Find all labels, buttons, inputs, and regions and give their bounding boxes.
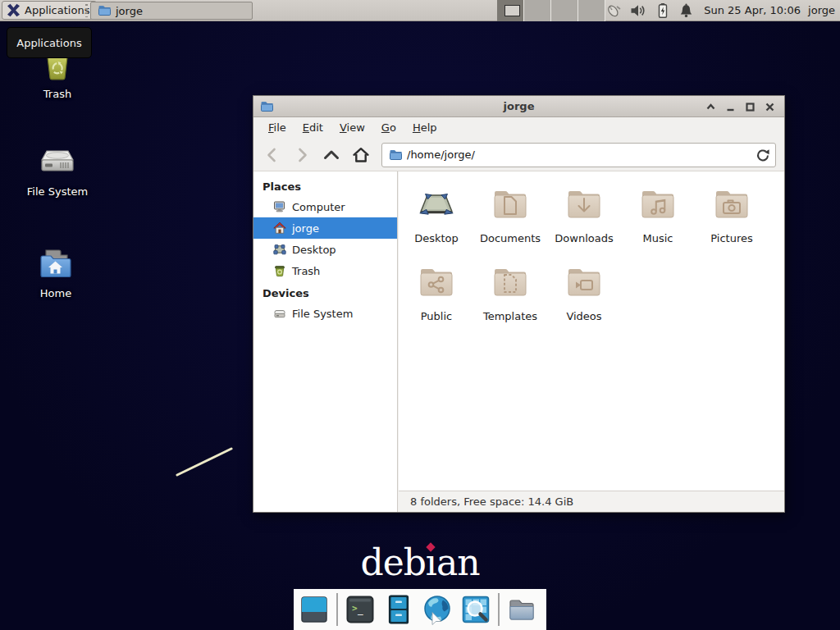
file-label: Public [421, 310, 452, 322]
file-item-public[interactable]: Public [399, 262, 473, 340]
music-folder-icon [638, 185, 678, 224]
titlebar[interactable]: jorge [253, 96, 784, 117]
xfce-x-icon [7, 3, 21, 17]
battery-icon[interactable] [655, 2, 670, 19]
window-controls [705, 96, 776, 117]
minimize-button[interactable] [724, 101, 737, 113]
maximize-button[interactable] [744, 101, 756, 113]
applications-menu-label: Applications [25, 4, 89, 16]
file-label: Videos [566, 310, 601, 322]
web-browser-icon[interactable] [421, 593, 454, 626]
pictures-folder-icon [712, 185, 751, 224]
workspace-3[interactable] [551, 0, 578, 21]
menu-help[interactable]: Help [404, 117, 445, 139]
devices-header: Devices [253, 285, 397, 303]
logo-text: deb [360, 541, 425, 583]
desktop-icon-label: Trash [23, 88, 92, 100]
desktop-icon-label: File System [23, 185, 92, 198]
file-item-music[interactable]: Music [621, 185, 695, 262]
show-desktop-icon[interactable] [298, 593, 331, 626]
menu-view[interactable]: View [331, 117, 373, 139]
toolbar [253, 139, 784, 171]
documents-folder-icon [491, 185, 530, 224]
taskbar-window-button[interactable]: jorge [90, 2, 253, 20]
terminal-icon[interactable]: > _ [344, 593, 377, 626]
panel-handle[interactable] [85, 4, 88, 17]
sidebar-item-label: Desktop [292, 244, 336, 256]
sidebar-item-computer[interactable]: Computer [253, 196, 397, 217]
dock-separator [336, 593, 338, 626]
hard-drive-icon [273, 307, 286, 320]
menubar: File Edit View Go Help [253, 117, 784, 139]
file-item-templates[interactable]: Templates [473, 262, 547, 340]
sidebar-item-label: Computer [292, 201, 345, 213]
menu-edit[interactable]: Edit [294, 117, 331, 139]
file-label: Templates [483, 310, 537, 322]
back-button[interactable] [260, 144, 285, 167]
folder-icon [98, 4, 111, 17]
file-item-pictures[interactable]: Pictures [695, 185, 769, 262]
sidebar-item-file-system[interactable]: File System [253, 303, 397, 324]
desktop: Applications jorge [0, 0, 840, 630]
taskbar-window-label: jorge [116, 5, 143, 17]
window-main: Places Computer [253, 171, 784, 512]
workspace-window-thumb [504, 5, 520, 16]
side-pane: Places Computer [253, 171, 398, 512]
file-cabinet-icon[interactable] [382, 593, 415, 626]
file-view[interactable]: Desktop Documents [399, 171, 784, 491]
reload-icon[interactable] [756, 148, 770, 162]
desktop-icon-home[interactable]: Home [21, 244, 90, 299]
panel-clock[interactable]: Sun 25 Apr, 10:06 [704, 0, 801, 21]
logo-i: ı [426, 541, 436, 583]
shade-button[interactable] [705, 101, 717, 113]
path-bar[interactable] [381, 143, 776, 167]
videos-folder-icon [564, 262, 604, 302]
forward-button[interactable] [290, 144, 314, 167]
sidebar-item-trash[interactable]: Trash [253, 260, 397, 281]
dock: > _ [294, 589, 546, 630]
dock-separator [498, 593, 500, 626]
up-button[interactable] [319, 144, 344, 167]
notifications-bell-icon[interactable] [678, 2, 694, 19]
path-input[interactable] [407, 148, 751, 161]
menu-file[interactable]: File [260, 117, 294, 139]
workspace-1[interactable] [497, 0, 524, 21]
panel-username[interactable]: jorge [808, 0, 835, 21]
file-item-videos[interactable]: Videos [547, 262, 621, 340]
svg-text:_: _ [358, 605, 363, 615]
svg-text:>: > [352, 603, 358, 614]
file-item-desktop[interactable]: Desktop [399, 185, 473, 262]
file-label: Music [643, 232, 673, 244]
sidebar-item-jorge[interactable]: jorge [253, 217, 397, 239]
folder-grid: Desktop Documents [399, 185, 769, 340]
downloads-folder-icon [564, 185, 604, 224]
sidebar-item-label: Trash [292, 265, 320, 277]
home-folder-icon [36, 244, 75, 284]
file-item-documents[interactable]: Documents [473, 185, 547, 262]
workspace-switcher [497, 0, 605, 21]
home-button[interactable] [349, 144, 373, 167]
file-label: Pictures [710, 232, 752, 244]
desktop-icon-file-system[interactable]: File System [23, 143, 92, 198]
trash-icon [273, 264, 286, 277]
system-tray [604, 0, 694, 21]
top-panel: Applications jorge [0, 0, 840, 21]
workspace-2[interactable] [524, 0, 551, 21]
mouse-icon[interactable] [604, 2, 622, 20]
application-finder-icon[interactable] [459, 593, 492, 626]
debian-logo: debıan [0, 541, 840, 583]
workspace-4[interactable] [578, 0, 605, 21]
menu-go[interactable]: Go [373, 117, 404, 139]
applications-tooltip: Applications [7, 27, 92, 58]
status-bar: 8 folders, Free space: 14.4 GiB [399, 491, 784, 512]
applications-menu-button[interactable]: Applications [2, 1, 97, 20]
places-header: Places [253, 178, 397, 196]
status-text: 8 folders, Free space: 14.4 GiB [410, 495, 573, 508]
sidebar-item-label: jorge [292, 222, 319, 235]
volume-icon[interactable] [630, 2, 647, 19]
file-manager-folder-icon[interactable] [505, 593, 538, 626]
file-item-downloads[interactable]: Downloads [547, 185, 621, 262]
sidebar-item-desktop[interactable]: Desktop [253, 239, 397, 260]
close-button[interactable] [764, 101, 776, 113]
pointer-trail [172, 443, 240, 481]
